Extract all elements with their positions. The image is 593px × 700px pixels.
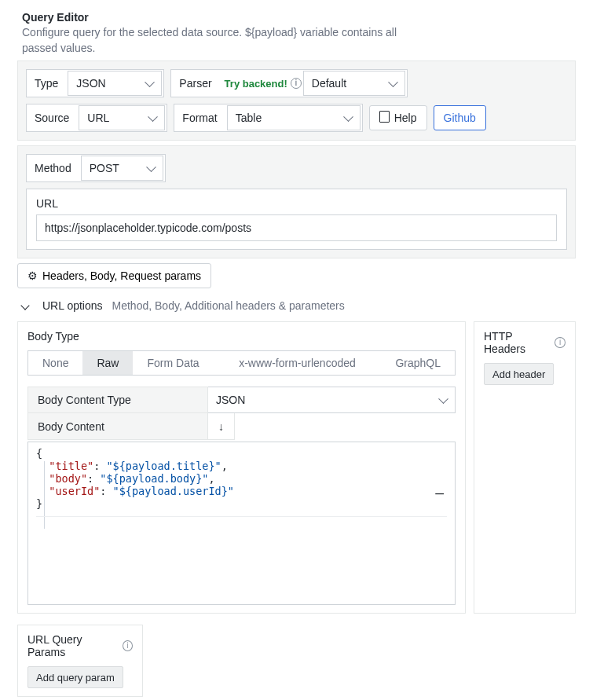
try-backend-text: Try backend!	[225, 78, 287, 90]
type-field: Type JSON	[26, 69, 164, 97]
method-label: Method	[27, 155, 79, 181]
tab-xwww[interactable]: x-www-form-urlencoded	[214, 351, 382, 375]
url-query-params-title: URL Query Params	[27, 633, 116, 658]
http-headers-panel: HTTP Headers i Add header	[474, 321, 576, 614]
url-box: URL	[26, 189, 567, 250]
add-query-param-button[interactable]: Add query param	[27, 666, 123, 688]
method-url-section: Method POST URL	[17, 145, 576, 258]
body-content-expand[interactable]	[208, 413, 235, 440]
url-options-title: URL options	[42, 299, 103, 312]
github-label: Github	[444, 112, 476, 124]
try-backend-link[interactable]: Try backend! i	[225, 78, 302, 90]
format-select[interactable]: Table	[227, 105, 361, 130]
method-field: Method POST	[26, 154, 166, 182]
page-title: Query Editor	[22, 11, 571, 24]
collapse-icon[interactable]: —	[435, 485, 444, 501]
method-select[interactable]: POST	[81, 156, 163, 181]
url-query-params-panel: URL Query Params i Add query param	[17, 625, 143, 697]
page-description: Configure query for the selected data so…	[22, 25, 415, 56]
url-input[interactable]	[36, 214, 557, 241]
url-options-collapser[interactable]: URL options Method, Body, Additional hea…	[0, 296, 593, 321]
info-icon: i	[123, 640, 133, 651]
help-button[interactable]: Help	[369, 105, 427, 130]
headers-body-params-button[interactable]: Headers, Body, Request params	[17, 263, 211, 288]
url-label: URL	[36, 197, 557, 210]
source-select[interactable]: URL	[79, 105, 165, 130]
info-icon: i	[291, 78, 302, 89]
tab-form[interactable]: Form Data	[133, 351, 213, 375]
gear-icon	[27, 269, 38, 282]
body-type-tabs: None Raw Form Data x-www-form-urlencoded…	[27, 350, 456, 376]
body-type-label: Body Type	[27, 330, 456, 343]
help-label: Help	[394, 112, 417, 124]
body-content-type-label: Body Content Type	[27, 387, 208, 413]
parser-label: Parser	[171, 70, 219, 97]
body-editor[interactable]: — { "title": "${payload.title}", "body":…	[27, 442, 456, 605]
parser-field: Parser Try backend! i Default	[170, 69, 407, 97]
source-field: Source URL	[26, 104, 167, 132]
body-panel: Body Type None Raw Form Data x-www-form-…	[17, 321, 466, 614]
github-button[interactable]: Github	[434, 105, 486, 130]
source-label: Source	[27, 104, 77, 131]
body-content-label: Body Content	[27, 413, 208, 440]
body-content-type-select[interactable]: JSON	[208, 387, 456, 413]
tab-none[interactable]: None	[28, 351, 82, 375]
format-label: Format	[174, 104, 225, 131]
headers-body-params-label: Headers, Body, Request params	[42, 269, 201, 282]
document-icon	[379, 111, 390, 125]
query-basics-section: Type JSON Parser Try backend! i Default …	[17, 60, 576, 141]
http-headers-title: HTTP Headers	[484, 330, 555, 355]
arrow-down-icon	[218, 420, 224, 433]
add-header-button[interactable]: Add header	[484, 363, 554, 385]
format-field: Format Table	[174, 104, 362, 132]
parser-select[interactable]: Default	[303, 71, 405, 96]
info-icon: i	[555, 337, 566, 348]
type-label: Type	[27, 70, 66, 97]
tab-raw[interactable]: Raw	[82, 351, 133, 375]
chevron-down-icon	[20, 302, 29, 310]
url-options-desc: Method, Body, Additional headers & param…	[112, 299, 345, 312]
type-select[interactable]: JSON	[68, 71, 162, 96]
tab-graphql[interactable]: GraphQL	[381, 351, 455, 375]
